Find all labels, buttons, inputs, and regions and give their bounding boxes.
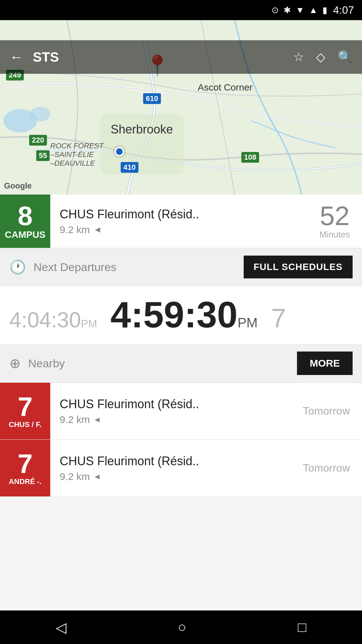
status-time: 4:07: [333, 4, 354, 16]
current-location-dot: [115, 147, 124, 156]
clock-icon: 🕐: [9, 259, 26, 275]
main-route-card: 8 CAMPUS CHUS Fleurimont (Résid.. 9.2 km…: [0, 195, 362, 248]
signal-icon: ▲: [309, 5, 318, 15]
nearby-name-0: CHUS / F.: [9, 420, 42, 429]
direction-arrow: ◄: [93, 224, 102, 235]
navigation-icon[interactable]: ◇: [316, 50, 325, 64]
road-badge-220: 220: [29, 135, 47, 146]
road-badge-55: 55: [36, 150, 50, 161]
status-icons: ⊙ ✱ ▼ ▲ ▮: [272, 5, 327, 15]
nearby-badge-0: 7 CHUS / F.: [0, 383, 50, 439]
nearby-icon: ⊕: [9, 356, 21, 371]
route-info: CHUS Fleurimont (Résid.. 9.2 km ◄: [50, 195, 307, 248]
nearby-info-0: CHUS Fleurimont (Résid.. 9.2 km ◄: [50, 383, 291, 439]
search-icon[interactable]: 🔍: [338, 50, 353, 64]
route-number: 8: [18, 203, 33, 229]
nearby-number-0: 7: [18, 393, 33, 420]
nearby-dist-1: 9.2 km ◄: [60, 471, 282, 482]
recent-nav-button[interactable]: □: [298, 619, 306, 635]
route-badge: 8 CAMPUS: [0, 195, 50, 248]
status-bar: ⊙ ✱ ▼ ▲ ▮ 4:07: [0, 0, 362, 20]
map-label-ascot: Ascot Corner: [198, 82, 252, 93]
nearby-time-1: Tomorrow: [291, 440, 362, 496]
more-button[interactable]: MORE: [297, 352, 353, 375]
departure-time-current: 4:59:30PM: [111, 296, 258, 333]
route-distance: 9.2 km ◄: [60, 224, 298, 235]
map-label-saintelie: –SAINT-ÉLIE: [50, 150, 94, 159]
app-toolbar: ← STS ☆ ◇ 🔍: [0, 40, 362, 74]
road-badge-610: 610: [143, 93, 161, 104]
nearby-item-1[interactable]: 7 ANDRÉ -. CHUS Fleurimont (Résid.. 9.2 …: [0, 440, 362, 497]
departures-label: Next Departures: [34, 261, 236, 274]
back-button[interactable]: ←: [9, 49, 23, 65]
departure-times-row: 4:04:30PM 4:59:30PM 7: [0, 286, 362, 344]
road-badge-108: 108: [241, 152, 259, 163]
location-icon: ⊙: [272, 5, 279, 15]
google-badge: Google: [4, 181, 32, 191]
nearby-badge-1: 7 ANDRÉ -.: [0, 440, 50, 496]
departures-header: 🕐 Next Departures FULL SCHEDULES: [0, 248, 362, 286]
map-label-rockforest: ROCK FOREST: [50, 142, 104, 150]
minutes-number: 52: [320, 203, 350, 229]
full-schedules-button[interactable]: FULL SCHEDULES: [244, 256, 353, 278]
spacer: [0, 497, 362, 571]
bluetooth-icon: ✱: [284, 5, 291, 15]
nearby-name-1: ANDRÉ -.: [9, 477, 42, 486]
route-name: CAMPUS: [5, 229, 45, 240]
departure-time-next: 7: [271, 303, 286, 334]
back-nav-button[interactable]: ◁: [56, 619, 66, 636]
departure-time-past: 4:04:30PM: [9, 308, 97, 332]
toolbar-actions: ☆ ◇ 🔍: [293, 50, 353, 64]
nearby-dest-1: CHUS Fleurimont (Résid..: [60, 454, 282, 468]
road-badge-410: 410: [121, 162, 138, 173]
nearby-time-0: Tomorrow: [291, 383, 362, 439]
nearby-header: ⊕ Nearby MORE: [0, 344, 362, 383]
map-label-deauville: –DEAUVILLE: [50, 159, 95, 168]
battery-icon: ▮: [322, 5, 327, 15]
nav-bar: ◁ ○ □: [0, 610, 362, 644]
route-time: 52 Minutes: [307, 195, 362, 248]
nearby-number-1: 7: [18, 450, 33, 477]
map-label-sherbrooke: Sherbrooke: [111, 122, 173, 137]
svg-point-2: [30, 107, 50, 121]
minutes-label: Minutes: [319, 229, 350, 240]
nearby-info-1: CHUS Fleurimont (Résid.. 9.2 km ◄: [50, 440, 291, 496]
home-nav-button[interactable]: ○: [178, 619, 186, 635]
nearby-dist-0: 9.2 km ◄: [60, 414, 282, 425]
map-area: Ascot Corner Sherbrooke ROCK FOREST –SAI…: [0, 20, 362, 195]
nearby-dest-0: CHUS Fleurimont (Résid..: [60, 397, 282, 411]
toolbar-title: STS: [33, 50, 284, 65]
wifi-icon: ▼: [296, 5, 304, 15]
favorite-icon[interactable]: ☆: [293, 50, 304, 64]
route-destination: CHUS Fleurimont (Résid..: [60, 207, 298, 221]
nearby-label: Nearby: [28, 357, 290, 370]
nearby-item-0[interactable]: 7 CHUS / F. CHUS Fleurimont (Résid.. 9.2…: [0, 383, 362, 440]
